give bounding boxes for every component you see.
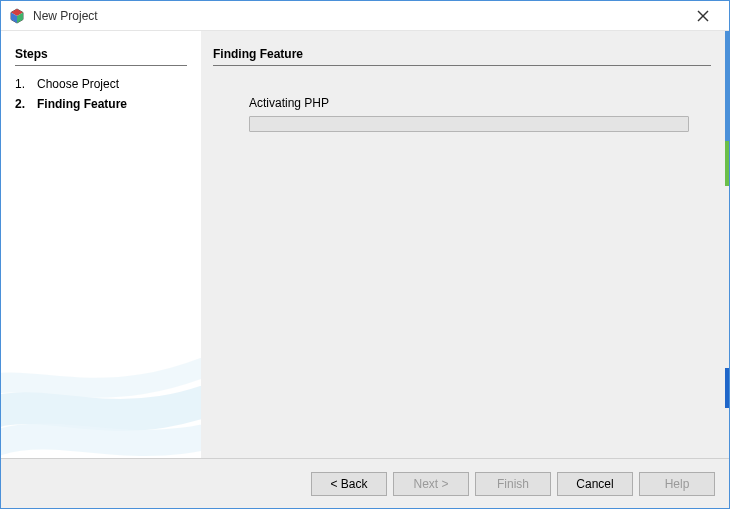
app-icon: [9, 8, 25, 24]
decorative-wave: [1, 298, 201, 458]
close-button[interactable]: [683, 4, 723, 28]
status-area: Activating PHP: [213, 96, 711, 132]
steps-heading: Steps: [15, 47, 187, 66]
cancel-button[interactable]: Cancel: [557, 472, 633, 496]
steps-list: Choose Project Finding Feature: [15, 74, 187, 114]
back-button[interactable]: < Back: [311, 472, 387, 496]
help-button[interactable]: Help: [639, 472, 715, 496]
status-label: Activating PHP: [249, 96, 689, 110]
progress-bar: [249, 116, 689, 132]
dialog-window: New Project Steps Choose Project Finding…: [0, 0, 730, 509]
button-bar: < Back Next > Finish Cancel Help: [1, 458, 729, 508]
dialog-body: Steps Choose Project Finding Feature Fin…: [1, 31, 729, 458]
close-icon: [697, 10, 709, 22]
step-choose-project: Choose Project: [15, 74, 187, 94]
next-button[interactable]: Next >: [393, 472, 469, 496]
main-panel: Finding Feature Activating PHP: [201, 31, 729, 458]
finish-button[interactable]: Finish: [475, 472, 551, 496]
steps-sidebar: Steps Choose Project Finding Feature: [1, 31, 201, 458]
window-title: New Project: [33, 9, 683, 23]
step-finding-feature: Finding Feature: [15, 94, 187, 114]
title-bar: New Project: [1, 1, 729, 31]
panel-heading: Finding Feature: [213, 47, 711, 66]
